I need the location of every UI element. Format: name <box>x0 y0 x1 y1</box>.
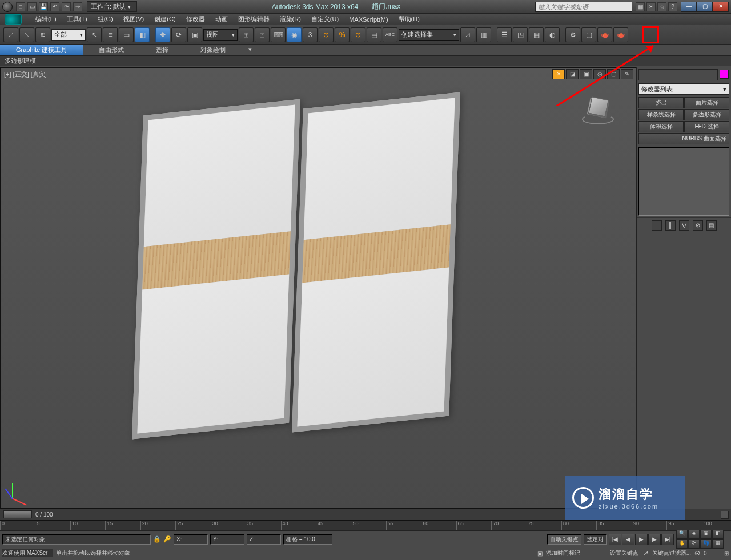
bind-spacewarp-icon[interactable]: ≋ <box>35 27 50 42</box>
schematic-view-icon[interactable]: ▦ <box>529 27 544 42</box>
zoom-extents-icon[interactable]: ▣ <box>700 530 712 539</box>
menu-create[interactable]: 创建(C) <box>154 15 175 23</box>
open-icon[interactable]: ▭ <box>27 2 37 11</box>
keymode-icon[interactable]: ⦿ <box>694 550 700 557</box>
zoom-icon[interactable]: 🔍 <box>676 530 688 539</box>
walk-icon[interactable]: 👣 <box>700 539 712 549</box>
remove-mod-icon[interactable]: ▤ <box>706 220 717 231</box>
help-icon[interactable]: ? <box>668 2 677 11</box>
menu-maxscript[interactable]: MAXScript(M) <box>349 16 388 23</box>
ribbon-tab-graphite[interactable]: Graphite 建模工具 <box>0 45 83 55</box>
time-ruler[interactable]: 0510152025303540455055606570758085909510… <box>0 520 731 530</box>
select-by-name-icon[interactable]: ≡ <box>103 27 118 42</box>
fov-icon[interactable]: ◧ <box>712 530 724 539</box>
mod-btn-extrude[interactable]: 挤出 <box>638 97 684 108</box>
key-filter-label[interactable]: 关键点过滤器... <box>652 549 691 557</box>
star-icon[interactable]: ☆ <box>657 2 666 11</box>
menu-rendering[interactable]: 渲染(R) <box>280 15 301 23</box>
viewport[interactable]: [+] [正交] [真实] ☀ ◪ ▣ ◎ ▢ ✎ <box>0 67 636 509</box>
save-icon[interactable]: 💾 <box>39 2 48 11</box>
snap-toggle-icon[interactable]: ◉ <box>287 27 302 42</box>
unlink-tool-icon[interactable]: ⟍ <box>19 27 34 42</box>
current-frame-input[interactable]: 0 <box>704 550 721 557</box>
sun-icon[interactable]: ☀ <box>552 69 565 79</box>
menu-group[interactable]: 组(G) <box>98 15 113 23</box>
menu-animation[interactable]: 动画 <box>215 15 228 23</box>
minimize-button[interactable]: — <box>681 2 697 12</box>
vp-shade-5-icon[interactable]: ✎ <box>621 69 633 79</box>
percent-snap-icon[interactable]: ⊙ <box>319 27 334 42</box>
unique-icon[interactable]: ⊘ <box>693 220 703 231</box>
modifier-list-dropdown[interactable]: 修改器列表 <box>638 83 729 95</box>
show-stack-icon[interactable]: ║ <box>665 220 676 231</box>
scale-tool-icon[interactable]: ▣ <box>187 27 202 42</box>
ribbon-tab-freeform[interactable]: 自由形式 <box>83 45 140 55</box>
rendered-frame-icon[interactable]: ▢ <box>581 27 596 42</box>
maximize-button[interactable]: ▢ <box>697 2 713 12</box>
use-pivot-icon[interactable]: ⊞ <box>239 27 254 42</box>
keyboard-shortcut-icon[interactable]: ⌨ <box>271 27 286 42</box>
edit-selection-set-icon[interactable]: ▤ <box>367 27 381 42</box>
menu-help[interactable]: 帮助(H) <box>399 15 420 23</box>
ribbon-tab-selection[interactable]: 选择 <box>140 45 184 55</box>
coord-y[interactable]: Y: <box>210 534 244 545</box>
app-logo-icon[interactable] <box>5 14 22 25</box>
select-rectangle-icon[interactable]: ▭ <box>119 27 134 42</box>
menu-edit[interactable]: 编辑(E) <box>35 15 57 23</box>
coord-z[interactable]: Z: <box>247 534 281 545</box>
timeline-config-icon[interactable] <box>721 511 729 519</box>
menu-customize[interactable]: 自定义(U) <box>311 15 339 23</box>
layer-manager-icon[interactable]: ☰ <box>497 27 512 42</box>
door-panel-left[interactable] <box>132 99 300 440</box>
close-button[interactable]: ✕ <box>713 2 729 12</box>
selected-key-dropdown[interactable]: 选定对 <box>584 534 607 545</box>
vp-shade-4-icon[interactable]: ▢ <box>607 69 620 79</box>
material-editor-icon[interactable]: ◐ <box>545 27 560 42</box>
redo-icon[interactable]: ↷ <box>62 2 71 11</box>
viewport-label[interactable]: [+] [正交] [真实] <box>4 70 47 79</box>
object-name-input[interactable] <box>638 69 718 80</box>
zoom-all-icon[interactable]: ◈ <box>688 530 700 539</box>
spinner-snap-icon[interactable]: % <box>335 27 350 42</box>
render-setup-icon[interactable]: ⚙ <box>565 27 580 42</box>
new-icon[interactable]: □ <box>16 2 25 11</box>
render-iterative-icon[interactable]: 🫖 <box>613 27 628 42</box>
render-production-icon[interactable]: 🫖 <box>597 27 612 42</box>
vp-shade-1-icon[interactable]: ◪ <box>566 69 579 79</box>
pan-icon[interactable]: ✋ <box>676 539 688 549</box>
vp-shade-3-icon[interactable]: ◎ <box>593 69 606 79</box>
play-icon[interactable]: ▶ <box>635 534 648 545</box>
setkey-button[interactable]: 设置关键点 <box>610 549 638 557</box>
mirror-icon[interactable]: ⊿ <box>460 27 475 42</box>
view-cube-ring[interactable] <box>582 114 614 124</box>
link-tool-icon[interactable]: ⟋ <box>3 27 18 42</box>
key-icon[interactable]: 🔑 <box>163 535 171 543</box>
reference-coord-dropdown[interactable]: 视图 <box>203 29 238 41</box>
max-toggle-icon[interactable]: ▦ <box>712 539 724 549</box>
modifier-stack[interactable] <box>638 147 729 216</box>
pin-stack-icon[interactable]: ⊣ <box>652 220 662 231</box>
goto-start-icon[interactable]: |◀ <box>609 534 621 545</box>
show-end-icon[interactable]: ⋁ <box>679 220 689 231</box>
abc-icon[interactable]: ABC <box>383 27 397 42</box>
mod-btn-vol-select[interactable]: 体积选择 <box>638 121 684 132</box>
mod-btn-poly-select[interactable]: 多边形选择 <box>684 109 729 120</box>
next-frame-icon[interactable]: ▶ <box>648 534 661 545</box>
lock-icon[interactable]: 🔒 <box>153 535 161 543</box>
ribbon-collapse-icon[interactable]: ▾ <box>244 45 256 55</box>
ribbon-tab-paint[interactable]: 对象绘制 <box>184 45 242 55</box>
autokey-button[interactable]: 自动关键点 <box>547 534 581 545</box>
select-window-icon[interactable]: ◧ <box>135 27 150 42</box>
mod-btn-spline-select[interactable]: 样条线选择 <box>638 109 684 120</box>
door-panel-right[interactable] <box>292 92 460 433</box>
menu-modifiers[interactable]: 修改器 <box>186 15 205 23</box>
selection-filter-dropdown[interactable]: 全部 <box>51 29 86 41</box>
link-icon[interactable]: ⇢ <box>73 2 82 11</box>
mod-btn-face-select[interactable]: 面片选择 <box>684 97 729 108</box>
time-slider-thumb[interactable] <box>3 510 32 518</box>
help-search-input[interactable] <box>535 2 632 12</box>
addtime-label[interactable]: 添加时间标记 <box>546 549 580 557</box>
move-tool-icon[interactable]: ✥ <box>155 27 170 42</box>
select-object-icon[interactable]: ↖ <box>87 27 102 42</box>
app-menu-icon[interactable] <box>2 2 13 12</box>
